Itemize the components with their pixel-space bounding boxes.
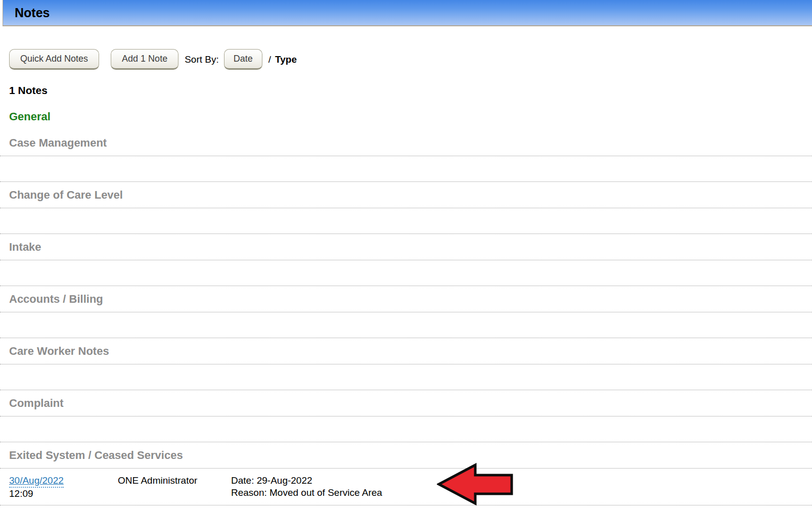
- note-detail-date: Date: 29-Aug-2022: [231, 475, 812, 487]
- sort-separator: /: [268, 54, 271, 65]
- note-row: 30/Aug/2022 12:09 ONE Administrator Date…: [0, 469, 812, 505]
- category-heading: Intake: [0, 234, 812, 260]
- category-notes-area: [0, 208, 812, 234]
- category-section-exited-system: Exited System / Ceased Services 30/Aug/2…: [0, 442, 812, 505]
- note-date-link[interactable]: 30/Aug/2022: [9, 475, 64, 488]
- category-heading: Change of Care Level: [0, 182, 812, 208]
- category-heading-general: General: [9, 110, 812, 123]
- notes-count: 1 Notes: [9, 84, 812, 97]
- sort-by-label: Sort By:: [185, 54, 219, 65]
- category-heading: Care Worker Notes: [0, 338, 812, 364]
- category-section-care-worker-notes: Care Worker Notes: [0, 338, 812, 390]
- category-heading: Exited System / Ceased Services: [0, 442, 812, 469]
- category-notes-area: [0, 416, 812, 442]
- page-header: Notes: [3, 0, 812, 26]
- toolbar: Quick Add Notes Add 1 Note Sort By: Date…: [9, 49, 812, 70]
- category-notes-area: [0, 364, 812, 390]
- category-section-accounts-billing: Accounts / Billing: [0, 286, 812, 338]
- note-time: 12:09: [9, 488, 118, 500]
- sort-by-type-label[interactable]: Type: [275, 54, 297, 65]
- add-note-button[interactable]: Add 1 Note: [111, 49, 178, 70]
- category-list: Case Management Change of Care Level Int…: [0, 130, 812, 505]
- category-section-change-of-care-level: Change of Care Level: [0, 182, 812, 234]
- category-notes-area: [0, 156, 812, 182]
- category-heading: Complaint: [0, 390, 812, 416]
- category-section-case-management: Case Management: [0, 130, 812, 182]
- red-arrow-icon: [437, 462, 514, 506]
- sort-by-date-button[interactable]: Date: [224, 49, 262, 70]
- note-detail-reason: Reason: Moved out of Service Area: [231, 487, 812, 499]
- category-notes-area: [0, 260, 812, 286]
- category-section-intake: Intake: [0, 234, 812, 286]
- note-detail: Date: 29-Aug-2022 Reason: Moved out of S…: [231, 475, 812, 500]
- category-heading: Case Management: [0, 130, 812, 156]
- category-section-complaint: Complaint: [0, 390, 812, 442]
- note-when: 30/Aug/2022 12:09: [9, 475, 118, 500]
- page-title: Notes: [15, 6, 50, 20]
- category-heading: Accounts / Billing: [0, 286, 812, 312]
- notes-page: Notes Quick Add Notes Add 1 Note Sort By…: [0, 0, 812, 505]
- quick-add-notes-button[interactable]: Quick Add Notes: [9, 49, 99, 70]
- category-notes-area: [0, 312, 812, 338]
- note-author: ONE Administrator: [118, 475, 231, 500]
